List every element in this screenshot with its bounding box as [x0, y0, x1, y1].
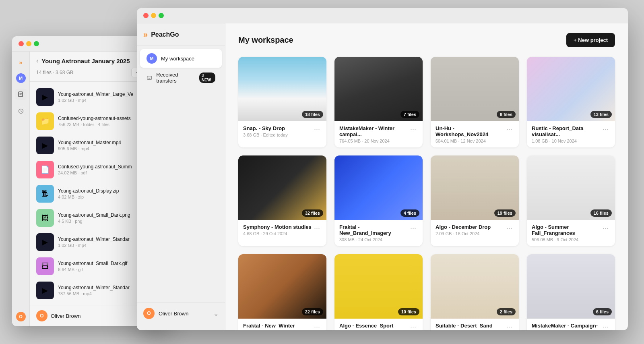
- project-name: Suitable - Desert_Sand: [436, 323, 493, 329]
- page-title: My workspace: [238, 35, 293, 45]
- sidebar-item-my-workspace[interactable]: M My workspace: [140, 49, 222, 68]
- project-more-button[interactable]: ···: [312, 323, 322, 330]
- svg-rect-2: [147, 76, 152, 80]
- project-more-button[interactable]: ···: [505, 224, 514, 232]
- project-info: Suitable - Desert_Sand 374 MB · 10 Sep 2…: [431, 319, 519, 330]
- maximize-button-back[interactable]: [34, 41, 39, 46]
- project-meta: 764.05 MB · 20 Nov 2024: [339, 139, 409, 143]
- files-count-badge: 16 files: [590, 209, 612, 217]
- file-thumb: ▶: [36, 137, 54, 154]
- project-thumbnail: 22 files: [238, 254, 326, 319]
- project-info: MistakeMaker - Winter campai... 764.05 M…: [334, 121, 423, 147]
- user-name-back: Oliver Brown: [51, 313, 80, 319]
- project-more-button[interactable]: ···: [505, 323, 514, 330]
- folder-meta: 14 files · 3.68 GB: [36, 70, 73, 75]
- user-avatar-back[interactable]: O: [36, 310, 47, 321]
- project-name: Algo - Summer Fall_Frangrances: [532, 224, 601, 236]
- file-thumb: 🎞: [36, 257, 54, 275]
- received-transfers-badge: 3 NEW: [199, 73, 215, 83]
- project-more-button[interactable]: ···: [601, 125, 610, 134]
- files-count-badge: 7 files: [400, 111, 419, 118]
- project-thumbnail: 16 files: [527, 155, 615, 220]
- back-sidebar-user-avatar[interactable]: O: [16, 312, 26, 321]
- project-thumbnail: 19 files: [431, 155, 519, 220]
- project-card[interactable]: 4 files Fraktal - New_Brand_Imagery 308 …: [334, 155, 423, 246]
- project-name: Fraktal - New_Winter: [243, 323, 295, 329]
- project-thumbnail: 7 files: [334, 57, 423, 121]
- file-thumb: 🖼: [36, 209, 54, 227]
- user-menu-chevron-front[interactable]: ⌄: [213, 310, 219, 317]
- project-info: Fraktal - New_Brand_Imagery 308 MB · 24 …: [334, 220, 423, 246]
- maximize-button-front[interactable]: [159, 13, 164, 18]
- project-card[interactable]: 22 files Fraktal - New_Winter 2.02 GB · …: [238, 254, 326, 330]
- sidebar-item-received-transfers[interactable]: Received transfers 3 NEW: [140, 68, 222, 88]
- front-window-titlebar: [137, 8, 628, 23]
- project-meta: 308 MB · 24 Oct 2024: [339, 237, 409, 242]
- project-card[interactable]: 8 files Un-Hu - Workshops_Nov2024 604.01…: [431, 57, 519, 147]
- project-thumbnail: 2 files: [431, 254, 519, 319]
- project-card[interactable]: 13 files Rustic - Report_Data visualisat…: [527, 57, 615, 147]
- project-more-button[interactable]: ···: [601, 224, 610, 232]
- project-more-button[interactable]: ···: [409, 323, 418, 330]
- minimize-button-front[interactable]: [151, 13, 156, 18]
- file-thumb: ▶: [36, 233, 54, 251]
- back-nav-button[interactable]: ‹: [36, 57, 38, 64]
- main-content-area: My workspace + New project 18 files Snap…: [225, 23, 628, 330]
- received-transfers-label: Received transfers: [156, 72, 195, 84]
- project-card[interactable]: 2 files Suitable - Desert_Sand 374 MB · …: [431, 254, 519, 330]
- files-count-badge: 2 files: [497, 308, 516, 315]
- project-info: Rustic - Report_Data visualisat... 1.08 …: [527, 121, 615, 147]
- project-name: Fraktal - New_Brand_Imagery: [339, 224, 409, 236]
- project-name: Rustic - Report_Data visualisat...: [532, 125, 601, 137]
- back-sidebar-avatar[interactable]: M: [16, 73, 26, 83]
- close-button-front[interactable]: [143, 13, 149, 18]
- project-thumbnail: 18 files: [238, 57, 326, 121]
- file-thumb: 📄: [36, 161, 54, 178]
- project-card[interactable]: 10 files Algo - Essence_Sport 820.05 MB …: [334, 254, 423, 330]
- received-transfers-icon: [147, 75, 152, 81]
- files-count-badge: 10 files: [398, 308, 419, 315]
- project-meta: 4.68 GB · 29 Oct 2024: [243, 231, 312, 236]
- new-project-button[interactable]: + New project: [566, 33, 615, 47]
- file-thumb: 🗜: [36, 185, 54, 203]
- project-thumbnail: 6 files: [527, 254, 615, 319]
- project-name: Algo - Essence_Sport: [339, 323, 393, 329]
- project-card[interactable]: 6 files MistakeMaker - Campaign-ass... 6…: [527, 254, 615, 330]
- project-more-button[interactable]: ···: [601, 323, 610, 330]
- project-meta: 3.68 GB · Edited today: [243, 133, 288, 137]
- project-more-button[interactable]: ···: [409, 125, 418, 134]
- project-meta: 2.09 GB · 16 Oct 2024: [436, 231, 491, 236]
- minimize-button-back[interactable]: [26, 41, 31, 46]
- my-workspace-label: My workspace: [161, 56, 194, 62]
- back-sidebar-files-icon[interactable]: [15, 89, 27, 100]
- project-more-button[interactable]: ···: [505, 125, 514, 134]
- project-more-button[interactable]: ···: [312, 125, 322, 134]
- back-sidebar-history-icon[interactable]: [15, 106, 27, 117]
- back-window-traffic-lights: [19, 41, 39, 46]
- file-thumb: ▶: [36, 88, 54, 106]
- project-card[interactable]: 19 files Algo - December Drop 2.09 GB · …: [431, 155, 519, 246]
- project-card[interactable]: 32 files Symphony - Motion studies 4.68 …: [238, 155, 326, 246]
- project-card[interactable]: 7 files MistakeMaker - Winter campai... …: [334, 57, 423, 147]
- project-name: Un-Hu - Workshops_Nov2024: [436, 125, 505, 137]
- main-header: My workspace + New project: [238, 33, 615, 47]
- files-icon: [18, 91, 24, 97]
- project-info: Snap. - Sky Drop 3.68 GB · Edited today …: [238, 121, 326, 141]
- app-logo-area: » PeachGo: [137, 30, 225, 46]
- project-thumbnail: 32 files: [238, 155, 326, 220]
- project-thumbnail: 8 files: [431, 57, 519, 121]
- sidebar-user-section[interactable]: O Oliver Brown ⌄: [137, 303, 225, 324]
- project-meta: 2.02 GB · 29 Sep 2024: [243, 330, 295, 330]
- close-button-back[interactable]: [19, 41, 24, 46]
- project-card[interactable]: 16 files Algo - Summer Fall_Frangrances …: [527, 155, 615, 246]
- project-card[interactable]: 18 files Snap. - Sky Drop 3.68 GB · Edit…: [238, 57, 326, 147]
- project-name: MistakeMaker - Campaign-ass...: [532, 323, 601, 330]
- project-more-button[interactable]: ···: [409, 224, 418, 232]
- project-more-button[interactable]: ···: [312, 224, 322, 232]
- project-thumbnail: 13 files: [527, 57, 615, 121]
- front-window-traffic-lights: [143, 13, 164, 18]
- project-meta: 820.05 MB · 22 Sep 2024: [339, 330, 393, 330]
- app-logo-icon: »: [143, 30, 148, 39]
- back-logo-icon[interactable]: »: [15, 56, 27, 68]
- project-meta: 506.08 MB · 9 Oct 2024: [532, 237, 601, 242]
